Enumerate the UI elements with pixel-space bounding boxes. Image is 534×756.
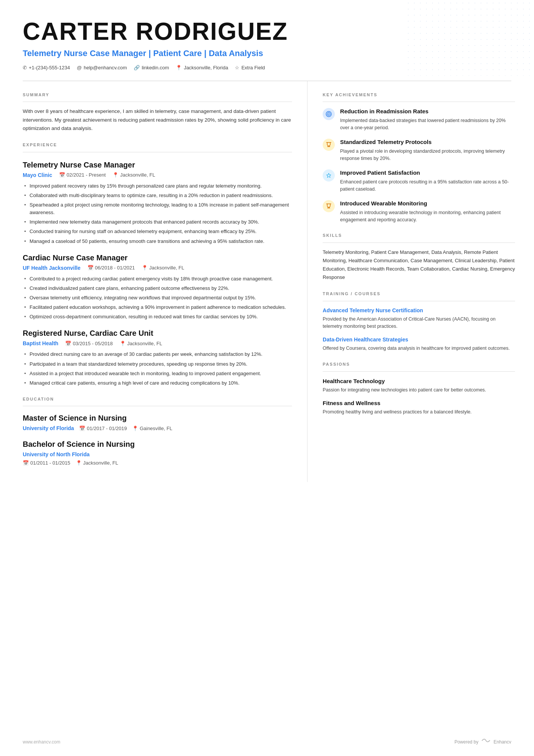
- job-2-bullet-3: Oversaw telemetry unit efficiency, integ…: [23, 294, 292, 302]
- degree-2-date: 📅 01/2011 - 01/2015: [23, 459, 70, 467]
- training-2: Data-Driven Healthcare Strategies Offere…: [323, 336, 515, 352]
- job-3-bullet-4: Managed critical care patients, ensuring…: [23, 379, 292, 387]
- location-text: Jacksonville, Florida: [184, 64, 228, 72]
- contact-bar: ✆ +1-(234)-555-1234 @ help@enhancv.com 🔗…: [23, 64, 511, 72]
- summary-text: With over 8 years of healthcare experien…: [23, 107, 292, 133]
- trophy-icon: [326, 142, 332, 148]
- extra-text: Extra Field: [241, 64, 265, 72]
- achievement-2-content: Standardized Telemetry Protocols Played …: [340, 138, 515, 162]
- achievement-1: Reduction in Readmission Rates Implement…: [323, 107, 515, 131]
- job-1-bullet-4: Implemented new telemetry data managemen…: [23, 218, 292, 226]
- candidate-name: CARTER RODRIGUEZ: [23, 18, 511, 45]
- job-2-bullet-4: Facilitated patient education workshops,…: [23, 304, 292, 311]
- job-1-bullet-5: Conducted training for nursing staff on …: [23, 228, 292, 235]
- job-1-location: 📍 Jacksonville, FL: [112, 171, 155, 179]
- job-2-location: 📍 Jacksonville, FL: [142, 264, 184, 272]
- job-2-bullets: Contributed to a project reducing cardia…: [23, 275, 292, 321]
- job-2-meta: UF Health Jacksonville 📅 06/2018 - 01/20…: [23, 264, 292, 272]
- training-1-title: Advanced Telemetry Nurse Certification: [323, 307, 515, 315]
- footer-website: www.enhancv.com: [23, 739, 60, 745]
- achievements-divider: [323, 102, 515, 102]
- degree-2-title: Bachelor of Science in Nursing: [23, 438, 292, 450]
- degree-2-school: University of North Florida: [23, 451, 90, 457]
- training-1: Advanced Telemetry Nurse Certification P…: [323, 307, 515, 330]
- brand-name: Enhancv: [493, 739, 511, 745]
- job-3-company: Baptist Health: [23, 340, 58, 347]
- job-2-bullet-1: Contributed to a project reducing cardia…: [23, 275, 292, 283]
- achievement-2: Standardized Telemetry Protocols Played …: [323, 138, 515, 162]
- job-3-bullet-1: Provided direct nursing care to an avera…: [23, 351, 292, 358]
- job-1-bullet-2: Collaborated with multi-disciplinary tea…: [23, 192, 292, 199]
- left-column: SUMMARY With over 8 years of healthcare …: [0, 81, 308, 482]
- degree-1: Master of Science in Nursing University …: [23, 412, 292, 432]
- star-icon-svg: [326, 172, 332, 178]
- job-1: Telemetry Nurse Case Manager Mayo Clinic…: [23, 159, 292, 245]
- degree-2: Bachelor of Science in Nursing Universit…: [23, 438, 292, 467]
- experience-section: EXPERIENCE Telemetry Nurse Case Manager …: [23, 142, 292, 387]
- header-section: CARTER RODRIGUEZ Telemetry Nurse Case Ma…: [0, 0, 534, 81]
- email-text: help@enhancv.com: [84, 64, 127, 72]
- pin-icon: 📍: [112, 171, 119, 179]
- trophy-icon-2: [326, 203, 332, 209]
- job-1-meta: Mayo Clinic 📅 02/2021 - Present 📍 Jackso…: [23, 171, 292, 179]
- degree-1-location: 📍 Gainesville, FL: [132, 425, 172, 432]
- job-3-meta: Baptist Health 📅 03/2015 - 05/2018 📍 Jac…: [23, 340, 292, 347]
- star-icon: ☆: [235, 64, 239, 72]
- contact-email: @ help@enhancv.com: [77, 64, 127, 72]
- phone-icon: ✆: [23, 64, 27, 72]
- achievement-2-desc: Played a pivotal role in developing stan…: [340, 148, 515, 162]
- degree-2-meta: 📅 01/2011 - 01/2015 📍 Jacksonville, FL: [23, 459, 292, 467]
- brand-logo-icon: [481, 737, 491, 747]
- contact-location: 📍 Jacksonville, Florida: [176, 64, 228, 72]
- candidate-title: Telemetry Nurse Case Manager | Patient C…: [23, 47, 511, 59]
- achievement-3-title: Improved Patient Satisfaction: [340, 169, 515, 177]
- skills-label: SKILLS: [323, 232, 515, 239]
- achievement-4-icon: [323, 200, 335, 212]
- achievements-section: KEY ACHIEVEMENTS Reduction in Readmissio…: [323, 92, 515, 224]
- achievement-4-title: Introduced Wearable Monitoring: [340, 199, 515, 208]
- passion-2-desc: Promoting healthy living and wellness pr…: [323, 409, 515, 416]
- cal-icon-2: 📅: [87, 264, 94, 272]
- degree-1-date: 📅 01/2017 - 01/2019: [79, 425, 127, 432]
- achievement-3: Improved Patient Satisfaction Enhanced p…: [323, 169, 515, 193]
- job-2-date: 📅 06/2018 - 01/2021: [87, 264, 135, 272]
- degree-2-location: 📍 Jacksonville, FL: [76, 459, 118, 467]
- training-label: TRAINING / COURSES: [323, 291, 515, 297]
- job-1-bullet-1: Improved patient recovery rates by 15% t…: [23, 182, 292, 190]
- phone-text: +1-(234)-555-1234: [29, 64, 70, 72]
- job-1-bullet-6: Managed a caseload of 50 patients, ensur…: [23, 238, 292, 245]
- enhancv-logo-icon: [481, 737, 491, 744]
- degree-1-title: Master of Science in Nursing: [23, 412, 292, 424]
- contact-extra: ☆ Extra Field: [235, 64, 265, 72]
- degree-1-meta: University of Florida 📅 01/2017 - 01/201…: [23, 424, 292, 432]
- training-2-desc: Offered by Coursera, covering data analy…: [323, 345, 515, 352]
- job-1-bullets: Improved patient recovery rates by 15% t…: [23, 182, 292, 245]
- degree-2-school-row: University of North Florida: [23, 451, 292, 459]
- education-section: EDUCATION Master of Science in Nursing U…: [23, 396, 292, 467]
- job-3-bullet-3: Assisted in a project that introduced we…: [23, 370, 292, 377]
- job-2-bullet-2: Created individualized patient care plan…: [23, 285, 292, 292]
- pin-icon-edu-1: 📍: [132, 425, 138, 432]
- degree-1-school: University of Florida: [23, 424, 74, 432]
- job-2-company: UF Health Jacksonville: [23, 264, 81, 272]
- passions-label: PASSIONS: [323, 361, 515, 368]
- achievement-4: Introduced Wearable Monitoring Assisted …: [323, 199, 515, 223]
- achievement-3-content: Improved Patient Satisfaction Enhanced p…: [340, 169, 515, 193]
- job-1-company: Mayo Clinic: [23, 171, 52, 179]
- link-icon: 🔗: [134, 64, 140, 72]
- job-3-bullet-2: Participated in a team that standardized…: [23, 360, 292, 368]
- achievement-1-title: Reduction in Readmission Rates: [340, 107, 515, 116]
- job-2: Cardiac Nurse Case Manager UF Health Jac…: [23, 252, 292, 321]
- job-3-location: 📍 Jacksonville, FL: [120, 340, 162, 347]
- cal-icon-edu-1: 📅: [79, 425, 85, 432]
- achievement-1-icon: [323, 108, 335, 120]
- job-2-title: Cardiac Nurse Case Manager: [23, 252, 292, 263]
- achievement-4-desc: Assisted in introducing wearable technol…: [340, 209, 515, 224]
- footer-brand: Powered by Enhancv: [454, 737, 511, 747]
- powered-by-text: Powered by: [454, 739, 478, 745]
- training-2-title: Data-Driven Healthcare Strategies: [323, 336, 515, 344]
- passion-1: Healthcare Technology Passion for integr…: [323, 377, 515, 394]
- svg-point-2: [328, 114, 329, 115]
- job-3-bullets: Provided direct nursing care to an avera…: [23, 351, 292, 387]
- passion-2: Fitness and Wellness Promoting healthy l…: [323, 399, 515, 416]
